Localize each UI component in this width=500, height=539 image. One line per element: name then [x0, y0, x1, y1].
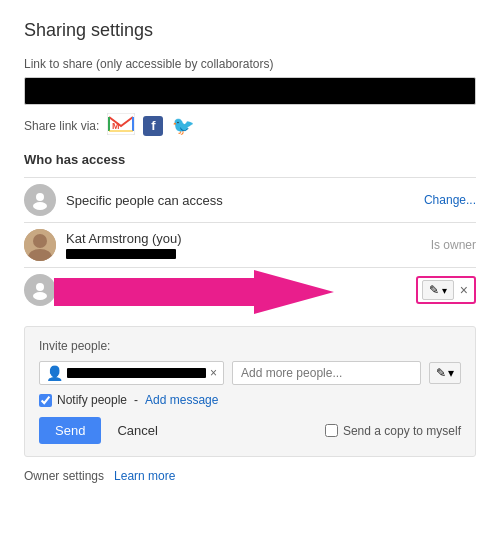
kat-name: Kat Armstrong (you) — [66, 231, 421, 259]
invite-section: Invite people: 👤 × ✎ ▾ Notify people - A… — [24, 326, 476, 457]
link-input[interactable] — [24, 77, 476, 105]
invite-caret-icon: ▾ — [448, 366, 454, 380]
svg-point-6 — [33, 202, 47, 210]
svg-point-12 — [33, 292, 47, 300]
svg-point-8 — [33, 234, 47, 248]
kat-armstrong-row: Kat Armstrong (you) Is owner — [24, 222, 476, 267]
invite-chip-area[interactable]: 👤 × — [39, 361, 224, 385]
send-button[interactable]: Send — [39, 417, 101, 444]
owner-settings-label: Owner settings — [24, 469, 104, 483]
learn-more-link[interactable]: Learn more — [114, 469, 175, 483]
kat-role: Is owner — [421, 238, 476, 252]
berith-remove-button[interactable]: × — [458, 282, 470, 298]
notify-label: Notify people — [57, 393, 127, 407]
copy-myself-label: Send a copy to myself — [343, 424, 461, 438]
invite-chip-close[interactable]: × — [210, 366, 217, 380]
svg-point-5 — [36, 193, 44, 201]
specific-people-icon — [24, 184, 56, 216]
invite-label: Invite people: — [39, 339, 461, 353]
link-section-label: Link to share (only accessible by collab… — [24, 57, 476, 71]
twitter-icon[interactable]: 🐦 — [171, 116, 195, 136]
notify-checkbox[interactable] — [39, 394, 52, 407]
notify-row: Notify people - Add message — [39, 393, 461, 407]
berith-edit-button[interactable]: ✎ ▾ — [422, 280, 454, 300]
chip-person-icon: 👤 — [46, 365, 63, 381]
page-title: Sharing settings — [24, 20, 476, 41]
berith-name: Berith my Galveston — [66, 276, 408, 304]
add-more-input[interactable] — [232, 361, 421, 385]
change-button[interactable]: Change... — [414, 193, 476, 207]
specific-people-row: Specific people can access Change... — [24, 177, 476, 222]
invite-pencil-icon: ✎ — [436, 366, 446, 380]
who-has-access-label: Who has access — [24, 152, 476, 167]
add-message-link[interactable]: Add message — [145, 393, 218, 407]
actions-row: Send Cancel Send a copy to myself — [39, 417, 461, 444]
facebook-icon[interactable]: f — [143, 116, 163, 136]
svg-point-11 — [36, 283, 44, 291]
invite-chip-value — [67, 368, 206, 378]
gmail-icon[interactable]: M — [107, 113, 135, 138]
berith-icon — [24, 274, 56, 306]
share-via-label: Share link via: — [24, 119, 99, 133]
invite-edit-button[interactable]: ✎ ▾ — [429, 362, 461, 384]
pencil-icon: ✎ — [429, 283, 439, 297]
berith-row: Berith my Galveston ✎ ▾ × — [24, 267, 476, 312]
caret-icon: ▾ — [442, 285, 447, 296]
invite-input-row: 👤 × ✎ ▾ — [39, 361, 461, 385]
copy-myself-row: Send a copy to myself — [325, 424, 461, 438]
actions-left: Send Cancel — [39, 417, 166, 444]
copy-myself-checkbox[interactable] — [325, 424, 338, 437]
kat-avatar — [24, 229, 56, 261]
cancel-button[interactable]: Cancel — [109, 417, 165, 444]
owner-settings: Owner settings Learn more — [24, 469, 476, 483]
specific-people-label: Specific people can access — [66, 193, 414, 208]
svg-text:M: M — [112, 121, 120, 131]
berith-edit-controls: ✎ ▾ × — [416, 276, 476, 304]
